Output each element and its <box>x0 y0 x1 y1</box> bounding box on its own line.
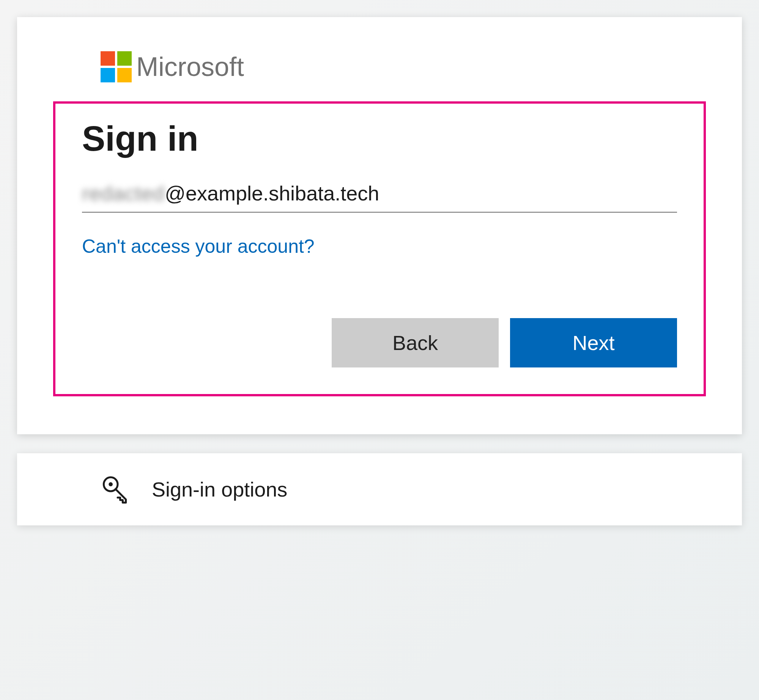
signin-card: Microsoft Sign in redacted @example.shib… <box>17 17 742 434</box>
microsoft-logo-icon <box>101 51 132 82</box>
highlighted-signin-area: Sign in redacted @example.shibata.tech C… <box>53 101 706 396</box>
email-visible-portion: @example.shibata.tech <box>165 181 379 205</box>
email-input[interactable]: redacted @example.shibata.tech <box>82 181 677 213</box>
logo-row: Microsoft <box>53 51 706 82</box>
button-row: Back Next <box>82 318 677 367</box>
brand-name: Microsoft <box>136 52 244 82</box>
cant-access-account-link[interactable]: Can't access your account? <box>82 235 315 257</box>
back-button[interactable]: Back <box>332 318 499 367</box>
svg-point-1 <box>109 482 113 486</box>
page-title: Sign in <box>82 119 677 159</box>
signin-options-label: Sign-in options <box>152 478 287 501</box>
signin-options-button[interactable]: Sign-in options <box>17 453 742 525</box>
key-icon <box>101 474 131 505</box>
email-redacted-portion: redacted <box>82 181 165 205</box>
next-button[interactable]: Next <box>510 318 677 367</box>
